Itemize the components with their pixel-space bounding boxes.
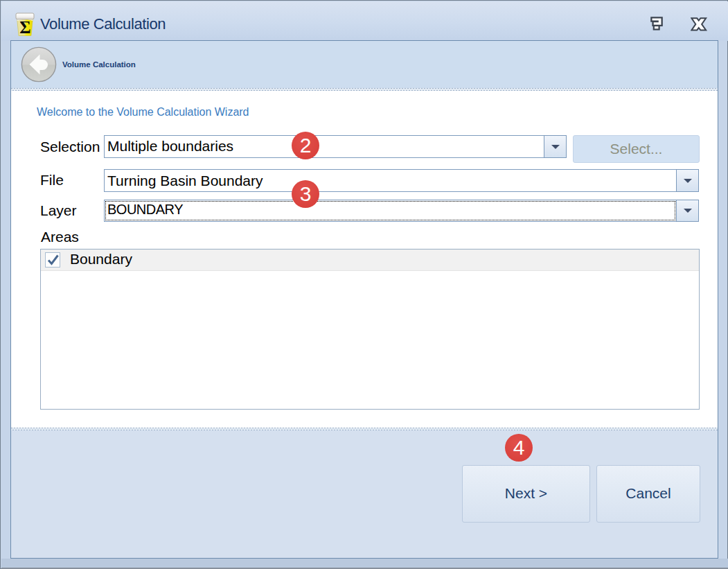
- svg-text:Σ: Σ: [19, 18, 30, 37]
